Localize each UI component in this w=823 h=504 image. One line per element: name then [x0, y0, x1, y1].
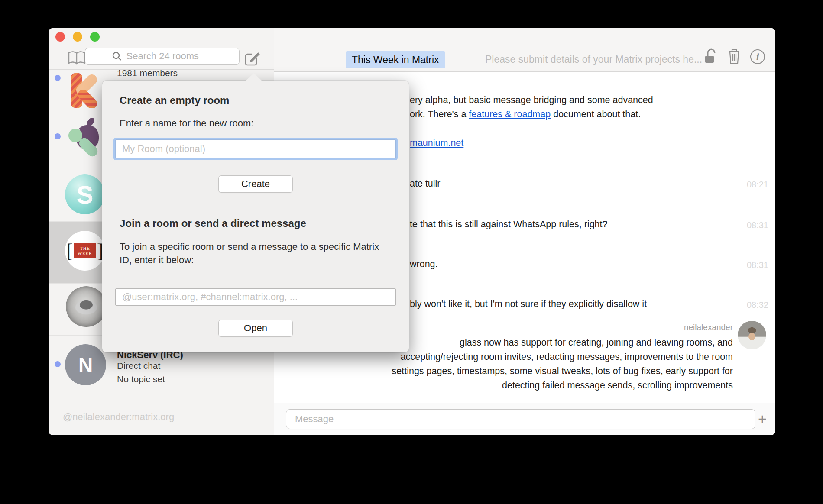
maunium-link[interactable]: maunium.net: [410, 138, 463, 148]
compose-button[interactable]: [243, 50, 261, 67]
popover-divider: [102, 212, 409, 212]
room-directory-button[interactable]: [68, 51, 86, 65]
room-topic[interactable]: Please submit details of your Matrix pro…: [485, 54, 702, 65]
create-room-label: Enter a name for the new room:: [120, 118, 253, 129]
search-icon: [112, 51, 122, 61]
trash-icon: [727, 48, 744, 65]
attach-button[interactable]: +: [753, 408, 772, 430]
message-text: ate tulir: [410, 178, 441, 189]
message-text: settings pages, timestamps, some visual …: [392, 366, 733, 377]
app-window: 1981 members S [ THEWEEK ] N NickServ (I…: [49, 28, 775, 435]
sender-avatar: [738, 321, 766, 349]
message-input[interactable]: [286, 409, 755, 429]
message-text: ery alpha, but basic message bridging an…: [410, 95, 653, 106]
unread-dot: [55, 75, 61, 81]
room-name-text: This Week in Matrix: [352, 54, 439, 66]
create-room-heading: Create an empty room: [120, 94, 229, 107]
message-text: detecting failed message sends, scrollin…: [502, 380, 733, 391]
current-user-id: @neilalexander:matrix.org: [63, 411, 174, 423]
chat-header: This Week in Matrix Please submit detail…: [274, 28, 775, 72]
message-text: glass now has support for creating, join…: [460, 337, 733, 348]
join-room-description: To join a specific room or send a messag…: [120, 240, 379, 267]
sender-name: neilalexander: [684, 323, 733, 332]
popover-arrow: [246, 73, 262, 81]
room-avatar-engraving: [66, 286, 107, 327]
room-avatar-k-apple: [65, 116, 105, 155]
delete-room-button[interactable]: [727, 48, 744, 65]
join-room-heading: Join a room or send a direct message: [120, 217, 306, 229]
unread-dot: [55, 133, 61, 139]
room-avatar-n: N: [65, 344, 106, 385]
room-avatar-the-week: [ THEWEEK ]: [65, 231, 105, 271]
features-roadmap-link[interactable]: features & roadmap: [469, 109, 551, 120]
encryption-button[interactable]: [704, 48, 721, 65]
open-button[interactable]: Open: [218, 320, 293, 337]
book-icon: [68, 51, 86, 65]
unread-dot: [55, 361, 61, 367]
room-avatar-s: S: [65, 174, 105, 214]
message-text: ork. There's a features & roadmap docume…: [410, 109, 641, 120]
create-button[interactable]: Create: [218, 175, 293, 193]
timestamp: 08:32: [747, 300, 768, 310]
timestamp: 08:21: [747, 180, 768, 190]
room-search[interactable]: [85, 48, 240, 65]
compose-bar: +: [274, 403, 775, 435]
message-text: bly won't like it, but I'm not sure if t…: [410, 299, 647, 310]
timestamp: 08:31: [747, 220, 768, 230]
room-name-field[interactable]: This Week in Matrix: [346, 51, 445, 68]
search-input[interactable]: [126, 51, 213, 62]
info-icon: i: [756, 51, 759, 63]
compose-icon: [243, 50, 261, 67]
room-avatar-k-orange: [65, 71, 105, 108]
message-text: maunium.net: [410, 138, 463, 149]
timestamp: 08:31: [747, 260, 768, 270]
unlock-icon: [704, 48, 721, 65]
message-text: accepting/rejecting room invites, redact…: [401, 352, 733, 362]
room-info-button[interactable]: i: [750, 49, 765, 64]
room-name-input[interactable]: [115, 139, 396, 158]
message-text: te that this is still against WhatsApp r…: [410, 219, 608, 230]
room-topic-status: No topic set: [117, 374, 165, 384]
create-room-popover: Create an empty room Enter a name for th…: [102, 81, 409, 352]
room-membership: Direct chat: [117, 361, 160, 371]
message-text: wrong.: [410, 259, 438, 270]
sidebar-toolbar: [49, 28, 274, 70]
join-room-input[interactable]: [115, 288, 396, 306]
room-subtitle: 1981 members: [117, 70, 178, 78]
